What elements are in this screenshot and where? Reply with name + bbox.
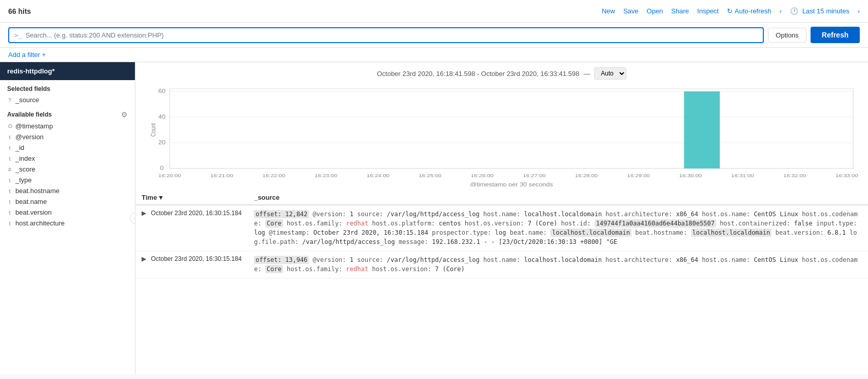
field-name-beat-name: beat.name (15, 198, 47, 205)
field-id[interactable]: t _id (0, 142, 135, 153)
svg-text:60: 60 (158, 88, 165, 94)
field-type-type: t (7, 177, 12, 183)
svg-text:16:24:00: 16:24:00 (367, 173, 390, 178)
search-prompt: >_ (14, 31, 23, 39)
available-fields-title: Available fields (7, 111, 52, 118)
clock-icon: 🕐 (790, 7, 798, 15)
svg-text:16:33:00: 16:33:00 (835, 173, 858, 178)
row-2-source: offset: 13,946 @version: 1 source: /var/… (248, 251, 868, 278)
chart-time-range: October 23rd 2020, 16:18:41.598 - Octobe… (144, 67, 860, 80)
chart-interval-select[interactable]: Auto (594, 67, 626, 80)
table-row: ▶ October 23rd 2020, 16:30:15.184 offset… (135, 251, 868, 278)
refresh-icon: ↻ (727, 7, 733, 15)
svg-text:0: 0 (160, 165, 164, 171)
expand-row-1[interactable]: ▶ (142, 210, 146, 217)
svg-text:16:30:00: 16:30:00 (679, 173, 702, 178)
row-1-time: ▶ October 23rd 2020, 16:30:15.184 (135, 205, 248, 251)
top-nav: New Save Open Share Inspect ↻ Auto-refre… (602, 7, 860, 15)
field-type-host-architecture: t (7, 220, 12, 226)
auto-refresh[interactable]: ↻ Auto-refresh (727, 7, 772, 15)
search-bar: >_ Options Refresh (0, 23, 868, 48)
field-type-beat-version: t (7, 210, 12, 216)
field-name-timestamp: @timestamp (15, 122, 53, 130)
field-name-score: _score (15, 165, 35, 173)
time-range-dash: — (583, 70, 590, 78)
expand-row-2[interactable]: ▶ (142, 255, 146, 262)
row-1-source: offset: 12,842 @version: 1 source: /var/… (248, 205, 868, 251)
options-button[interactable]: Options (768, 28, 806, 43)
nav-inspect[interactable]: Inspect (697, 7, 719, 15)
nav-new[interactable]: New (602, 7, 615, 15)
svg-text:16:25:00: 16:25:00 (419, 173, 442, 178)
time-range-text: October 23rd 2020, 16:18:41.598 - Octobe… (377, 70, 580, 78)
time-range-display[interactable]: 🕐 Last 15 minutes (790, 7, 850, 15)
svg-text:16:22:00: 16:22:00 (263, 173, 286, 178)
nav-open[interactable]: Open (647, 7, 663, 15)
sidebar: redis-httpdlog* Selected fields ? _sourc… (0, 62, 135, 374)
field-name-id: _id (15, 144, 24, 151)
prev-time-arrow[interactable]: ‹ (780, 7, 782, 15)
svg-rect-9 (684, 91, 720, 168)
field-timestamp[interactable]: ⊙ @timestamp (0, 121, 135, 131)
field-score[interactable]: # _score (0, 164, 135, 175)
field-type-score: # (7, 166, 12, 173)
field-type-timestamp: ⊙ (7, 123, 12, 129)
refresh-button[interactable]: Refresh (811, 27, 860, 43)
svg-text:20: 20 (158, 140, 165, 145)
chart-svg: 60 40 20 0 16:20:00 16:21:00 1 (144, 84, 860, 186)
field-source[interactable]: ? _source (0, 94, 135, 105)
hits-count: 66 hits (8, 7, 31, 15)
svg-text:16:32:00: 16:32:00 (783, 173, 806, 178)
nav-share[interactable]: Share (671, 7, 689, 15)
main-layout: redis-httpdlog* Selected fields ? _sourc… (0, 62, 868, 374)
field-type-beat-hostname: t (7, 188, 12, 194)
content-area: October 23rd 2020, 16:18:41.598 - Octobe… (135, 62, 868, 374)
svg-text:16:21:00: 16:21:00 (210, 173, 233, 178)
table-row: ▶ October 23rd 2020, 16:30:15.184 offset… (135, 205, 868, 251)
field-beat-version[interactable]: t beat.version (0, 207, 135, 218)
col-time[interactable]: Time ▾ (135, 191, 248, 205)
svg-text:16:23:00: 16:23:00 (314, 173, 338, 178)
search-input-wrap[interactable]: >_ (8, 27, 764, 43)
field-version[interactable]: t @version (0, 131, 135, 142)
field-type-version: t (7, 134, 12, 140)
svg-text:40: 40 (158, 114, 165, 120)
field-name-host-architecture: host.architecture (15, 219, 65, 227)
available-fields-header: Available fields ⚙ (0, 105, 135, 121)
svg-text:16:29:00: 16:29:00 (627, 173, 650, 178)
field-name-beat-version: beat.version (15, 209, 52, 216)
field-name-index: _index (15, 155, 35, 162)
svg-text:16:27:00: 16:27:00 (523, 173, 546, 178)
svg-text:Count: Count (150, 123, 156, 137)
field-type-index: t (7, 156, 12, 162)
row-2-time: ▶ October 23rd 2020, 16:30:15.184 (135, 251, 248, 278)
chart-container: 60 40 20 0 16:20:00 16:21:00 1 (144, 84, 860, 186)
field-beat-name[interactable]: t beat.name (0, 196, 135, 207)
field-beat-hostname[interactable]: t beat.hostname (0, 185, 135, 196)
svg-text:16:20:00: 16:20:00 (159, 173, 182, 178)
chart-area: October 23rd 2020, 16:18:41.598 - Octobe… (135, 62, 868, 186)
field-type-source: ? (7, 97, 12, 103)
nav-save[interactable]: Save (623, 7, 639, 15)
search-input[interactable] (26, 31, 758, 39)
svg-rect-8 (170, 89, 854, 168)
field-name-beat-hostname: beat.hostname (15, 187, 60, 195)
col-source: _source (248, 191, 868, 205)
field-name-source: _source (15, 96, 39, 104)
svg-text:@timestamp per 30 seconds: @timestamp per 30 seconds (470, 182, 553, 186)
field-type[interactable]: t _type (0, 175, 135, 185)
top-bar: 66 hits New Save Open Share Inspect ↻ Au… (0, 0, 868, 23)
field-name-version: @version (15, 133, 44, 141)
field-index[interactable]: t _index (0, 153, 135, 164)
svg-text:16:28:00: 16:28:00 (575, 173, 598, 178)
gear-icon[interactable]: ⚙ (121, 110, 128, 119)
field-type-id: t (7, 145, 12, 151)
index-name[interactable]: redis-httpdlog* (0, 62, 135, 80)
add-filter-button[interactable]: Add a filter + (8, 51, 46, 59)
results-table: Time ▾ _source ▶ October 23rd 2020, 16:3… (135, 191, 868, 278)
field-host-architecture[interactable]: t host.architecture (0, 218, 135, 229)
next-time-arrow[interactable]: › (858, 7, 860, 15)
svg-text:16:26:00: 16:26:00 (471, 173, 494, 178)
field-name-type: _type (15, 176, 32, 184)
selected-fields-title: Selected fields (0, 80, 135, 94)
